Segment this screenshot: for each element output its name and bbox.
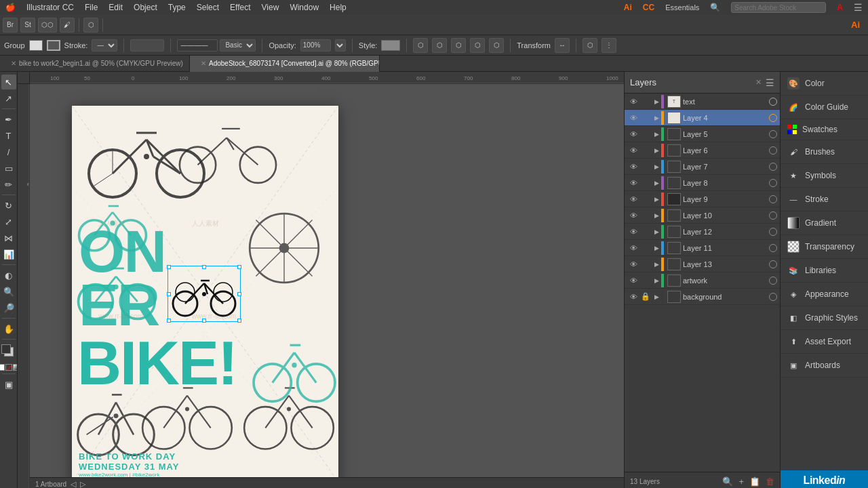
- layer-eye-9[interactable]: 👁: [627, 195, 639, 203]
- rect-tool[interactable]: ▭: [1, 161, 16, 176]
- handle-ml[interactable]: [167, 292, 171, 296]
- menu-object[interactable]: Object: [134, 3, 157, 12]
- layer-expand-artwork[interactable]: ▶: [652, 277, 661, 284]
- stock-btn[interactable]: St: [20, 18, 35, 33]
- layers-panel-close[interactable]: ✕: [755, 78, 762, 87]
- new-layer-btn[interactable]: 📋: [749, 476, 760, 487]
- layer-expand-11[interactable]: ▶: [652, 245, 661, 251]
- layer-row-12[interactable]: 👁 ▶ Layer 12: [625, 224, 780, 240]
- stroke-color[interactable]: [47, 40, 60, 51]
- layer-eye-13[interactable]: 👁: [627, 260, 639, 268]
- tab-1-close[interactable]: ✕: [11, 60, 16, 67]
- align-btn4[interactable]: ⬡: [470, 38, 485, 53]
- handle-br[interactable]: [237, 319, 241, 323]
- layer-eye-4[interactable]: 👁: [627, 114, 639, 122]
- layer-row-4[interactable]: 👁 ▶ Layer 4: [625, 110, 780, 126]
- tab-2-close[interactable]: ✕: [201, 60, 206, 67]
- gradient-swatch[interactable]: [13, 364, 18, 371]
- layer-row-9[interactable]: 👁 ▶ Layer 9: [625, 191, 780, 207]
- menu-select[interactable]: Select: [197, 3, 219, 12]
- selection-tool[interactable]: ↖: [1, 75, 16, 89]
- handle-mr[interactable]: [237, 292, 241, 296]
- layer-row-10[interactable]: 👁 ▶ Layer 10: [625, 207, 780, 224]
- opacity-input[interactable]: [300, 39, 331, 52]
- menu-file[interactable]: File: [85, 3, 98, 12]
- layer-expand-7[interactable]: ▶: [652, 163, 661, 170]
- transform-btn[interactable]: ↔: [555, 38, 570, 53]
- layer-eye-5[interactable]: 👁: [627, 130, 639, 138]
- new-sublayer-btn[interactable]: +: [738, 476, 744, 487]
- chart-tool[interactable]: 📊: [1, 247, 16, 262]
- artboard-nav-prev[interactable]: ◁: [71, 480, 76, 488]
- make-clipping-mask-btn[interactable]: 🔍: [722, 476, 733, 487]
- menu-view[interactable]: View: [262, 3, 279, 12]
- white-swatch[interactable]: [0, 364, 5, 371]
- opacity-unit[interactable]: [335, 39, 346, 52]
- blend-tool[interactable]: ⋈: [1, 230, 16, 245]
- layer-lock-background[interactable]: 🔒: [639, 292, 652, 301]
- layer-expand-9[interactable]: ▶: [652, 196, 661, 203]
- layer-eye-artwork[interactable]: 👁: [627, 277, 639, 285]
- layer-expand-12[interactable]: ▶: [652, 228, 661, 235]
- libraries-btn[interactable]: ⬡⬡: [38, 18, 57, 33]
- workspace-selector[interactable]: Essentials: [665, 3, 699, 12]
- layer-expand-8[interactable]: ▶: [652, 180, 661, 186]
- layer-expand-13[interactable]: ▶: [652, 261, 661, 268]
- handle-tm[interactable]: [202, 265, 206, 269]
- search-input[interactable]: [731, 2, 826, 13]
- handle-tl[interactable]: [167, 265, 171, 269]
- panel-color-guide[interactable]: 🌈 Color Guide: [781, 96, 868, 119]
- fill-swatch[interactable]: [1, 344, 11, 354]
- menu-edit[interactable]: Edit: [108, 3, 123, 12]
- canvas-area[interactable]: 100 50 0 100 200 300 400 500 600 700 800…: [18, 72, 624, 488]
- panel-transparency[interactable]: Transparency: [781, 235, 868, 259]
- apple-menu[interactable]: 🍎: [5, 3, 16, 12]
- layer-row-artwork[interactable]: 👁 ▶ artwork: [625, 272, 780, 289]
- layer-eye-7[interactable]: 👁: [627, 163, 639, 171]
- blend-mode-select[interactable]: Basic: [220, 39, 256, 52]
- delete-layer-btn[interactable]: 🗑: [766, 476, 774, 487]
- document-canvas[interactable]: ONER BIKE!: [72, 106, 338, 482]
- stroke-weight[interactable]: —: [92, 39, 117, 52]
- menu-illustrator[interactable]: Illustrator CC: [26, 3, 74, 12]
- fill-color[interactable]: [29, 40, 43, 51]
- artboard-tool[interactable]: ▣: [1, 377, 16, 392]
- paintbrush-btn[interactable]: 🖌: [60, 18, 75, 33]
- gradient-tool[interactable]: ◐: [1, 268, 16, 283]
- panel-artboards[interactable]: ▣ Artboards: [781, 354, 868, 378]
- panel-color[interactable]: 🎨 Color: [781, 72, 868, 96]
- layer-row-background[interactable]: 👁 🔒 ▶ background: [625, 289, 780, 305]
- layer-eye-6[interactable]: 👁: [627, 146, 639, 155]
- pen-tool[interactable]: ✒: [1, 112, 16, 127]
- align-btn1[interactable]: ⬡: [413, 38, 428, 53]
- layer-eye-text[interactable]: 👁: [627, 98, 639, 106]
- panel-brushes[interactable]: 🖌 Brushes: [781, 140, 868, 164]
- tab-1[interactable]: ✕ bike to work2_begin1.ai @ 50% (CMYK/GP…: [0, 56, 190, 72]
- layer-expand-6[interactable]: ▶: [652, 147, 661, 154]
- layer-row-8[interactable]: 👁 ▶ Layer 8: [625, 175, 780, 191]
- panel-swatches[interactable]: Swatches: [781, 119, 868, 140]
- zoom-tool[interactable]: 🔎: [1, 300, 16, 315]
- handle-bm[interactable]: [202, 319, 206, 323]
- layer-eye-background[interactable]: 👁: [627, 293, 639, 301]
- layer-eye-12[interactable]: 👁: [627, 228, 639, 236]
- layer-expand-background[interactable]: ▶: [652, 293, 661, 300]
- transform-arrange[interactable]: ⬡: [83, 18, 98, 33]
- layer-row-text[interactable]: 👁 ▶ T text: [625, 94, 780, 110]
- layer-row-6[interactable]: 👁 ▶ Layer 6: [625, 142, 780, 159]
- layer-expand-4[interactable]: ▶: [652, 115, 661, 121]
- more-opts-btn[interactable]: ⋮: [601, 38, 616, 53]
- direct-selection-tool[interactable]: ↗: [1, 91, 16, 106]
- align-btn5[interactable]: ⬡: [489, 38, 504, 53]
- panel-libraries[interactable]: 📚 Libraries: [781, 259, 868, 283]
- layer-row-7[interactable]: 👁 ▶ Layer 7: [625, 159, 780, 175]
- transform-label[interactable]: Transform: [517, 41, 551, 49]
- rotate-tool[interactable]: ↻: [1, 198, 16, 213]
- panel-graphic-styles[interactable]: ◧ Graphic Styles: [781, 306, 868, 330]
- panel-asset-export[interactable]: ⬆ Asset Export: [781, 330, 868, 354]
- menu-type[interactable]: Type: [168, 3, 186, 12]
- artboard-nav-next[interactable]: ▷: [80, 480, 85, 488]
- panel-gradient[interactable]: Gradient: [781, 211, 868, 235]
- eyedropper-tool[interactable]: 🔍: [1, 284, 16, 299]
- text-tool[interactable]: T: [1, 128, 16, 143]
